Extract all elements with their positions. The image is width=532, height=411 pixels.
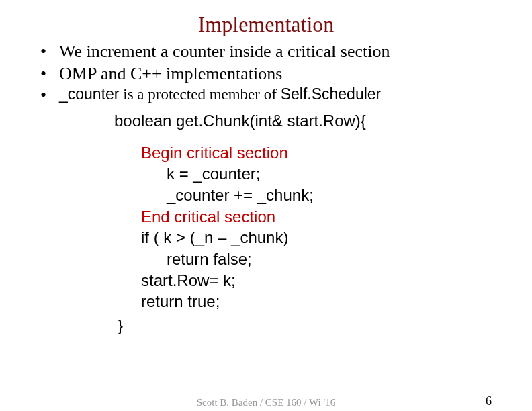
code-line: return true; xyxy=(141,291,532,312)
code-line: _counter += _chunk; xyxy=(167,185,532,206)
bullet-item: OMP and C++ implementations xyxy=(40,63,532,85)
code-line: End critical section xyxy=(141,206,532,228)
bullet-text: We increment a counter inside a critical… xyxy=(59,42,390,61)
slide-title: Implementation xyxy=(0,12,532,37)
bullet-list: We increment a counter inside a critical… xyxy=(40,41,532,105)
code-inline: Self.Scheduler xyxy=(281,85,382,103)
function-signature: boolean get.Chunk(int& start.Row){ xyxy=(114,111,532,130)
code-line: k = _counter; xyxy=(167,163,532,185)
code-line: if ( k > (_n – _chunk) xyxy=(141,227,532,248)
code-line: Begin critical section xyxy=(141,142,532,164)
code-line: return false; xyxy=(167,248,532,270)
bullet-item: _counter is a protected member of Self.S… xyxy=(40,85,532,105)
footer-text: Scott B. Baden / CSE 160 / Wi '16 xyxy=(0,397,532,408)
code-line: } xyxy=(118,315,532,336)
code-block: Begin critical section k = _counter; _co… xyxy=(141,142,532,336)
bullet-item: We increment a counter inside a critical… xyxy=(40,41,532,63)
code-inline: _counter xyxy=(59,85,120,103)
bullet-text: OMP and C++ implementations xyxy=(59,64,282,83)
code-line: start.Row= k; xyxy=(141,270,532,291)
page-number: 6 xyxy=(486,394,492,408)
slide: Implementation We increment a counter in… xyxy=(0,12,532,411)
bullet-text: is a protected member of xyxy=(120,86,281,103)
